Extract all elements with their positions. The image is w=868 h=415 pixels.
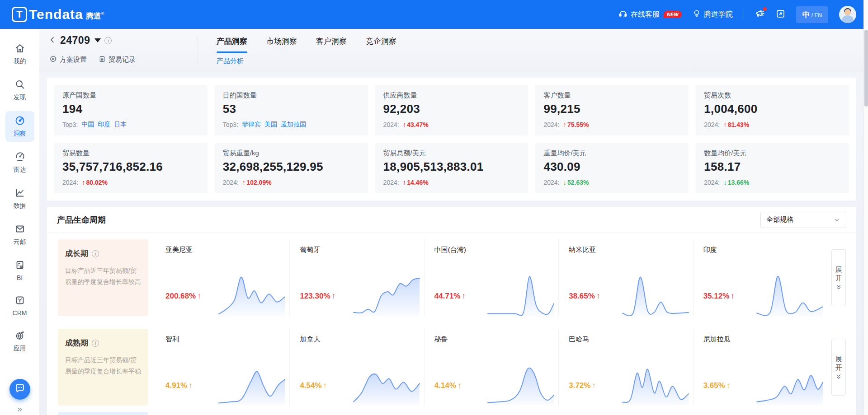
country-chart-namibia[interactable]: 纳米比亚 38.65%↑ bbox=[558, 239, 693, 316]
sparkline-chart bbox=[487, 273, 555, 316]
country-chart-bahamas[interactable]: 巴哈马 3.72%↑ bbox=[558, 329, 693, 406]
country-name: 加拿大 bbox=[300, 335, 420, 344]
tab-market-insight[interactable]: 市场洞察 bbox=[266, 36, 297, 53]
academy-button[interactable]: 腾道学院 bbox=[693, 9, 733, 20]
sidebar-item-radar[interactable]: 雷达 bbox=[5, 147, 34, 178]
country-chart-armenia[interactable]: 亚美尼亚 200.68%↑ bbox=[156, 239, 289, 316]
sparkline-chart bbox=[353, 273, 420, 316]
page-scrollbar[interactable] bbox=[863, 0, 868, 415]
subtab-product-analysis[interactable]: 产品分析 bbox=[217, 57, 244, 65]
top3-link[interactable]: 菲律宾 bbox=[242, 121, 261, 129]
tab-product-insight[interactable]: 产品洞察 bbox=[217, 36, 247, 53]
lifecycle-row-next bbox=[47, 412, 856, 415]
sidebar-item-bi[interactable]: BI BI bbox=[5, 256, 34, 285]
fullscreen-icon bbox=[776, 9, 785, 20]
up-arrow-icon: ↑ bbox=[82, 178, 85, 186]
top3-link[interactable]: 中国 bbox=[81, 121, 94, 129]
top3-link[interactable]: 孟加拉国 bbox=[281, 121, 306, 129]
apps-globe-icon bbox=[14, 330, 25, 342]
info-icon[interactable]: i bbox=[92, 250, 99, 257]
stat-label: 贸易数量 bbox=[62, 149, 199, 158]
trend-pct: 52.63% bbox=[567, 179, 589, 186]
country-chart-portugal[interactable]: 葡萄牙 123.30%↑ bbox=[289, 239, 424, 316]
trade-records-button[interactable]: 贸易记录 bbox=[99, 56, 136, 64]
top3-link[interactable]: 美国 bbox=[264, 121, 277, 129]
stat-label: 贸易次数 bbox=[704, 91, 841, 100]
country-chart-peru[interactable]: 秘鲁 4.14%↑ bbox=[424, 329, 558, 406]
sidebar-item-data[interactable]: 数据 bbox=[5, 183, 34, 214]
sidebar-item-discover[interactable]: 发现 bbox=[5, 75, 34, 106]
sidebar-item-mail[interactable]: 云邮 bbox=[5, 219, 34, 250]
up-arrow-icon: ↑ bbox=[731, 292, 735, 301]
new-badge: NEW bbox=[664, 11, 682, 18]
stats-panel: 原产国数量 194 Top3: 中国 印度 日本 目的国数量 53 Top3: bbox=[47, 78, 856, 201]
country-chart-india[interactable]: 印度 35.12%↑ bbox=[693, 239, 827, 316]
trend-year: 2024: bbox=[223, 179, 239, 186]
country-name: 葡萄牙 bbox=[300, 246, 420, 254]
info-icon[interactable]: i bbox=[104, 37, 112, 44]
pct-value: 3.65% bbox=[703, 381, 725, 390]
top3-link[interactable]: 印度 bbox=[98, 121, 110, 129]
language-switch[interactable]: 中 / EN bbox=[796, 6, 828, 23]
up-arrow-icon: ↑ bbox=[323, 381, 327, 390]
top3-link[interactable]: 日本 bbox=[114, 121, 127, 129]
trend-pct: 80.02% bbox=[86, 179, 108, 186]
sidebar-item-mine[interactable]: 我的 bbox=[5, 39, 34, 70]
up-arrow-icon: ↑ bbox=[242, 178, 246, 186]
headset-icon bbox=[618, 9, 627, 20]
top3-prefix: Top3: bbox=[223, 121, 238, 128]
sparkline-chart bbox=[218, 362, 286, 406]
chat-fab-button[interactable] bbox=[9, 379, 30, 400]
sparkline-chart bbox=[756, 362, 824, 406]
expand-label: 展开 bbox=[835, 265, 842, 282]
tab-customer-insight[interactable]: 客户洞察 bbox=[316, 36, 347, 53]
up-arrow-icon: ↑ bbox=[563, 121, 566, 128]
trend-year: 2024: bbox=[543, 121, 559, 128]
country-chart-nicaragua[interactable]: 尼加拉瓜 3.65%↑ bbox=[693, 329, 827, 406]
stat-card-suppliers: 供应商数量 92,203 2024: ↑43.47% bbox=[375, 85, 528, 135]
country-name: 智利 bbox=[165, 335, 286, 344]
fullscreen-button[interactable] bbox=[776, 9, 785, 20]
up-arrow-icon: ↑ bbox=[332, 292, 336, 301]
back-button[interactable] bbox=[48, 36, 57, 46]
spec-filter-select[interactable]: 全部规格 bbox=[760, 212, 846, 228]
stat-value: 18,905,513,883.01 bbox=[383, 160, 520, 174]
lifecycle-row-growth: 成长期 i 目标产品近三年贸易额/贸易量的季度复合增长率较高 亚美尼亚 200.… bbox=[47, 233, 856, 322]
country-chart-canada[interactable]: 加拿大 4.54%↑ bbox=[289, 329, 424, 406]
plan-dropdown-caret[interactable] bbox=[94, 38, 101, 42]
plan-settings-button[interactable]: 方案设置 bbox=[49, 55, 87, 64]
sidebar-label: BI bbox=[17, 274, 23, 281]
sidebar-collapse-toggle[interactable]: » bbox=[17, 404, 22, 414]
page-header: 24709 i 方案设置 贸易记录 产品洞察 市场洞察 客户洞察 竞企洞 bbox=[39, 29, 863, 72]
up-arrow-icon: ↑ bbox=[403, 121, 406, 128]
sidebar-label: 应用 bbox=[14, 345, 26, 353]
tendata-logo[interactable]: T Tendata 腾道 ® bbox=[12, 7, 104, 22]
logo-icon: T bbox=[12, 7, 27, 22]
plan-id: 24709 bbox=[60, 34, 90, 47]
double-chevron-down-icon bbox=[835, 373, 842, 380]
sidebar-item-apps[interactable]: 应用 bbox=[5, 326, 34, 357]
up-arrow-icon: ↑ bbox=[403, 178, 406, 186]
announcement-button[interactable] bbox=[755, 9, 765, 20]
user-avatar[interactable] bbox=[839, 6, 856, 23]
stat-label: 客户数量 bbox=[543, 91, 680, 100]
stat-card-trade-quantity: 贸易数量 35,757,716,852.16 2024: ↑80.02% bbox=[54, 143, 208, 193]
chat-bubble-icon bbox=[14, 383, 25, 396]
trend-year: 2024: bbox=[704, 121, 720, 128]
stat-label: 供应商数量 bbox=[383, 91, 520, 100]
sidebar-item-crm[interactable]: CRM bbox=[5, 291, 34, 321]
trend-year: 2024: bbox=[62, 179, 78, 186]
up-arrow-icon: ↑ bbox=[189, 381, 193, 390]
country-chart-taiwan[interactable]: 中国(台湾) 44.71%↑ bbox=[424, 239, 558, 316]
pct-value: 3.72% bbox=[569, 381, 590, 390]
tab-competitor-insight[interactable]: 竞企洞察 bbox=[366, 36, 396, 53]
expand-button-growth[interactable]: 展开 bbox=[831, 249, 846, 306]
expand-button-mature[interactable]: 展开 bbox=[831, 339, 846, 396]
country-name: 亚美尼亚 bbox=[165, 246, 286, 254]
left-sidebar: 我的 发现 洞察 雷达 数据 云邮 BI BI bbox=[0, 29, 39, 415]
sidebar-item-insight[interactable]: 洞察 bbox=[5, 111, 34, 142]
country-chart-chile[interactable]: 智利 4.91%↑ bbox=[156, 329, 289, 406]
info-icon[interactable]: i bbox=[92, 340, 99, 347]
scrollbar-thumb[interactable] bbox=[864, 30, 868, 107]
online-service-button[interactable]: 在线客服 NEW bbox=[618, 9, 682, 20]
